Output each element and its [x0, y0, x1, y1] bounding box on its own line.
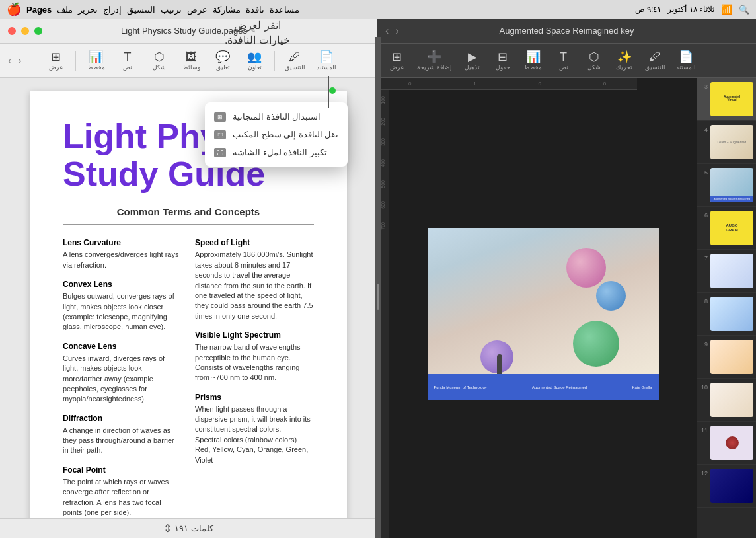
- slide-4-thumbnail: Learn + Augmented: [710, 125, 753, 159]
- wifi-icon[interactable]: 📶: [721, 4, 732, 15]
- split-view-divider[interactable]: [375, 37, 381, 538]
- slide-person: [497, 354, 502, 374]
- menu-view[interactable]: عرض: [187, 5, 208, 15]
- view-icon: ⊞: [51, 51, 61, 63]
- tooltip-item-replace[interactable]: ⊞ استبدال النافذة المتجانية: [205, 108, 348, 126]
- orb-pink: [566, 248, 606, 288]
- slide-caption-center: Augmented Space Reimagined: [532, 385, 587, 389]
- tooltip-item-fullscreen[interactable]: ⛶ تكبير النافذة لملء الشاشة: [205, 143, 348, 161]
- pages-chart-btn[interactable]: 📊 مخطط: [81, 48, 110, 73]
- pages-media-btn[interactable]: 🖼 وسائط: [176, 48, 206, 73]
- slide-thumb-7[interactable]: 7: [697, 250, 756, 293]
- keynote-current-slide[interactable]: Funda Museum of Technology Augmented Spa…: [428, 228, 659, 400]
- keynote-view-icon: ⊞: [392, 51, 402, 63]
- keynote-canvas: 0 1 0 0 100 200 300 400 500 600 700: [377, 78, 697, 538]
- slide-thumb-10[interactable]: 10: [697, 379, 756, 422]
- slide-thumb-6[interactable]: 6 AUGOGRAM: [697, 207, 756, 250]
- keynote-shape-btn[interactable]: ⬡ شكل: [580, 48, 608, 73]
- keynote-back-arrow[interactable]: ‹: [383, 22, 391, 40]
- replace-tile-icon: ⊞: [214, 112, 226, 122]
- keynote-document-icon: 📄: [679, 51, 693, 63]
- keynote-table-btn[interactable]: ⊟ جدول: [489, 48, 517, 73]
- date-display: ثلاثاء ١٨ أكتوبر: [667, 5, 714, 14]
- pages-back-arrow[interactable]: ‹: [5, 52, 14, 69]
- media-icon: 🖼: [185, 51, 197, 63]
- slide-9-thumbnail: [710, 340, 753, 374]
- slide-thumb-3[interactable]: 3 AugmentedVirtual: [697, 78, 756, 121]
- slide-thumb-12[interactable]: 12: [697, 465, 756, 508]
- chart-icon: 📊: [89, 51, 103, 63]
- pages-window: Light Physics Study Guide.pages ✎ ‹ › ⊞ …: [0, 19, 377, 538]
- menu-edit[interactable]: تحرير: [78, 5, 98, 15]
- document-subtitle: Common Terms and Concepts: [63, 206, 314, 217]
- pages-view-btn[interactable]: ⊞ عرض: [41, 48, 70, 73]
- keynote-animate-btn[interactable]: ✨ تحريك: [611, 48, 638, 73]
- media-label: وسائط: [182, 64, 200, 71]
- menu-insert[interactable]: إدراج: [103, 5, 122, 15]
- pages-collab-btn[interactable]: 👥 تعاون: [240, 48, 269, 73]
- view-label: عرض: [49, 64, 63, 71]
- pages-document-btn[interactable]: 📄 المستند: [312, 48, 341, 73]
- pages-maximize-button[interactable]: [34, 27, 42, 35]
- term-concave-lens: Concave Lens Curves inward, diverges ray…: [63, 342, 182, 404]
- animate-label: تحريك: [616, 64, 632, 71]
- keynote-view-btn[interactable]: ⊞ عرض: [383, 48, 410, 73]
- keynote-text-icon: T: [560, 51, 567, 63]
- keynote-nav-arrows: ‹ ›: [383, 22, 402, 40]
- keynote-title-bar: ‹ › Augmented Space Reimagined key: [377, 19, 756, 44]
- keynote-format-btn[interactable]: 🖊 التنسيق: [641, 48, 669, 73]
- slide-thumb-5[interactable]: 5 Augmented Space Reimagined: [697, 164, 756, 207]
- toolbar-sep-1: [75, 51, 76, 71]
- slide-7-thumbnail: [710, 254, 753, 288]
- search-icon[interactable]: 🔍: [739, 5, 749, 15]
- tooltip-label-move: نقل النافذة إلى سطح المكتب: [233, 130, 338, 139]
- slide-thumb-8[interactable]: 8: [697, 293, 756, 336]
- keynote-play-btn[interactable]: ▶ تذهيل: [459, 48, 486, 73]
- slide-10-thumbnail: [710, 383, 753, 417]
- pages-format-btn[interactable]: 🖊 التنسيق: [280, 48, 309, 73]
- menu-format[interactable]: التنسيق: [127, 5, 155, 15]
- keynote-add-slide-btn[interactable]: ➕ إضافة شريحة: [413, 48, 456, 73]
- pages-toolbar: ‹ › ⊞ عرض 📊 مخطط T نص ⬡ شكل 🖼: [0, 44, 377, 78]
- pages-forward-arrow[interactable]: ›: [15, 52, 24, 69]
- document-divider: [63, 224, 314, 225]
- format-panel-label: التنسيق: [285, 64, 305, 71]
- keynote-shape-label: شكل: [587, 64, 601, 71]
- pages-window-controls: [8, 27, 42, 35]
- animate-icon: ✨: [617, 51, 632, 63]
- keynote-forward-arrow[interactable]: ›: [393, 22, 401, 40]
- document-body: Lens Curvature A lens converges/diverges…: [63, 238, 314, 518]
- slide-3-thumbnail: AugmentedVirtual: [710, 82, 753, 116]
- slide-8-thumbnail: [710, 297, 753, 331]
- menu-share[interactable]: مشاركة: [213, 5, 241, 15]
- pages-shape-btn[interactable]: ⬡ شكل: [145, 48, 174, 73]
- toolbar-sep-2: [274, 51, 275, 71]
- top-ruler: 0 1 0 0: [377, 78, 637, 90]
- slide-thumb-9[interactable]: 9: [697, 336, 756, 379]
- pages-comment-btn[interactable]: 💬 تعليق: [208, 48, 237, 73]
- keynote-text-btn[interactable]: T نص: [550, 48, 578, 73]
- slide-6-thumbnail: AUGOGRAM: [710, 211, 753, 245]
- keynote-title: Augmented Space Reimagined key: [500, 26, 634, 36]
- shape-label: شكل: [153, 64, 166, 71]
- tooltip-item-move[interactable]: ⬚ نقل النافذة إلى سطح المكتب: [205, 126, 348, 143]
- menu-pages-app[interactable]: Pages: [26, 5, 52, 15]
- slide-thumb-11[interactable]: 11: [697, 422, 756, 465]
- pages-close-button[interactable]: [8, 27, 16, 35]
- shape-icon: ⬡: [154, 51, 165, 63]
- menu-window[interactable]: نافذة: [246, 5, 264, 15]
- term-diffraction: Diffraction A change in direction of wav…: [63, 414, 182, 456]
- keynote-chart-btn[interactable]: 📊 مخطط: [519, 48, 547, 73]
- move-window-icon: ⬚: [214, 130, 226, 139]
- menu-help[interactable]: مساعدة: [270, 5, 299, 15]
- keynote-document-btn[interactable]: 📄 المستند: [672, 48, 700, 73]
- slide-thumb-4[interactable]: 4 Learn + Augmented: [697, 121, 756, 164]
- menu-file[interactable]: ملف: [57, 5, 73, 15]
- pages-minimize-button[interactable]: [21, 27, 29, 35]
- pages-text-btn[interactable]: T نص: [113, 48, 142, 73]
- text-label: نص: [123, 64, 132, 71]
- menu-arrange[interactable]: ترتيب: [161, 5, 182, 15]
- word-count-stepper[interactable]: ⇕: [163, 522, 172, 535]
- text-icon: T: [124, 51, 132, 63]
- apple-logo-icon[interactable]: 🍎: [7, 2, 21, 17]
